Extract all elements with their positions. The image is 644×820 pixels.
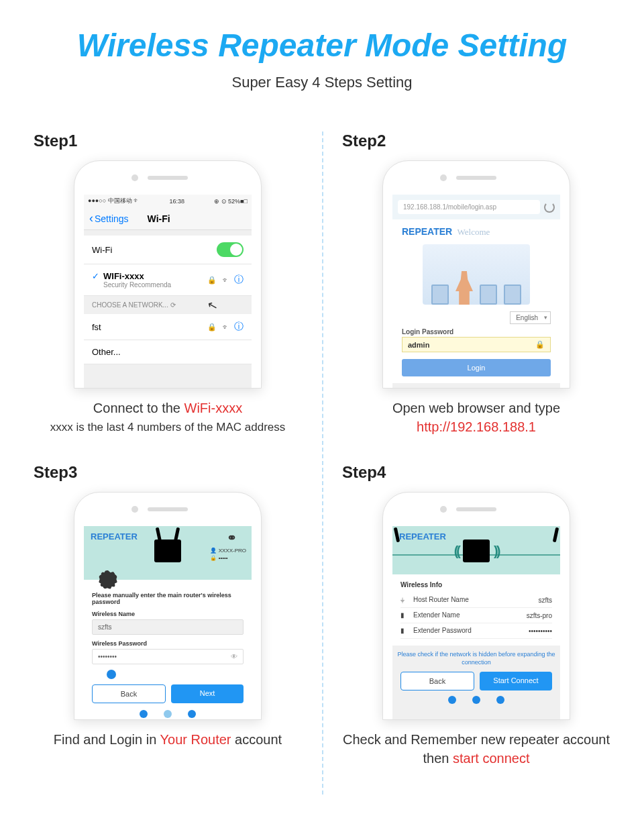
login-password-label: Login Password: [402, 328, 551, 336]
dot-icon: [496, 696, 504, 704]
wifi-toggle-row[interactable]: Wi-Fi: [84, 236, 252, 264]
slider[interactable]: [92, 670, 244, 679]
next-button[interactable]: Next: [171, 684, 244, 703]
step3-screen: REPEATER ⚭ 👤XXXX-PRO 🔒••••• Please manua…: [84, 526, 252, 719]
step1-screen: ●●●○○ 中国移动 ᯤ 16:38 ⊕ ⊙ 52%■□ ‹ Settings …: [84, 195, 252, 388]
welcome-illustration: [423, 244, 530, 305]
back-button[interactable]: ‹ Settings: [89, 211, 129, 225]
extender-value: szfts-pro: [527, 612, 552, 619]
extender-password-value: ••••••••••: [529, 627, 552, 635]
step4-screen: REPEATER (( )) Wireless Info ⏚Host Route…: [392, 526, 560, 719]
step3-header: REPEATER ⚭ 👤XXXX-PRO 🔒•••••: [84, 526, 252, 580]
wireless-password-input[interactable]: •••••••• 👁: [92, 649, 244, 664]
back-label: Settings: [95, 213, 129, 224]
signal-left-icon: ((: [454, 544, 459, 559]
wifi-label: Wi-Fi: [92, 245, 112, 255]
dot-icon: [188, 710, 196, 718]
steps-grid: Step1 ●●●○○ 中国移动 ᯤ 16:38 ⊕ ⊙ 52%■□ ‹ Set…: [13, 132, 631, 795]
step4-phone: REPEATER (( )) Wireless Info ⏚Host Route…: [382, 492, 570, 720]
lock-icon: 🔒: [207, 323, 217, 331]
wifi-toggle[interactable]: [217, 242, 244, 257]
language-select[interactable]: English: [510, 311, 551, 324]
host-router-row: ⏚Host Router Name szfts: [400, 593, 552, 608]
step3-caption: Find and Login in Your Router account: [27, 730, 309, 749]
connected-note: Security Recommenda: [103, 281, 171, 289]
wireless-name-input[interactable]: szfts: [92, 619, 244, 635]
login-button[interactable]: Login: [402, 359, 551, 376]
wifi-icon: ᯤ: [222, 276, 229, 284]
start-connect-button[interactable]: Start Connect: [480, 672, 552, 690]
connected-ssid: WIFi-xxxx: [103, 271, 171, 281]
extender-icon: ▮: [400, 611, 410, 619]
page-subtitle: Super Easy 4 Steps Setting: [13, 74, 631, 91]
info-icon[interactable]: ⓘ: [234, 321, 244, 331]
step4-label: Step4: [335, 463, 617, 482]
extender-password-row: ▮Extender Password ••••••••••: [400, 623, 552, 639]
instruction-text: Please manually enter the main router's …: [92, 592, 244, 605]
carrier-text: ●●●○○ 中国移动 ᯤ: [88, 197, 140, 205]
info-icon[interactable]: ⓘ: [234, 274, 244, 285]
spinner-icon: ⟳: [170, 301, 176, 309]
slider-thumb[interactable]: [107, 670, 116, 679]
wireless-password-label: Wireless Password: [92, 640, 244, 647]
step4-caption: Check and Remember new repeater account …: [335, 730, 617, 768]
step2-screen: 192.168.188.1/mobile/login.asp REPEATER …: [392, 195, 560, 388]
extender-name-row: ▮Extender Name szfts-pro: [400, 608, 552, 623]
password-value: admin: [408, 341, 429, 349]
nav-bar: ‹ Settings Wi-Fi: [84, 207, 252, 230]
monitor-icon: [480, 285, 497, 305]
url-bar: 192.168.188.1/mobile/login.asp: [392, 195, 560, 219]
network-ssid: fst: [92, 322, 101, 332]
signal-right-icon: )): [494, 544, 498, 559]
step1-cell: Step1 ●●●○○ 中国移动 ᯤ 16:38 ⊕ ⊙ 52%■□ ‹ Set…: [13, 132, 322, 463]
back-button[interactable]: Back: [400, 672, 474, 690]
choose-network-header: CHOOSE A NETWORK... ⟳: [84, 296, 252, 314]
eye-icon[interactable]: 👁: [231, 653, 237, 660]
welcome-text: Welcome: [458, 227, 490, 237]
back-button[interactable]: Back: [92, 684, 166, 703]
host-value: szfts: [538, 597, 552, 604]
network-row-other[interactable]: Other...: [84, 340, 252, 364]
monitor-icon: [431, 285, 449, 305]
step3-label: Step3: [27, 463, 309, 482]
status-time: 16:38: [169, 198, 184, 205]
wireless-info-title: Wireless Info: [400, 581, 552, 588]
step2-label: Step2: [335, 132, 617, 150]
step1-phone: ●●●○○ 中国移动 ᯤ 16:38 ⊕ ⊙ 52%■□ ‹ Settings …: [74, 160, 262, 389]
router-icon: [154, 540, 181, 562]
step1-label: Step1: [27, 132, 309, 150]
nav-title: Wi-Fi: [148, 213, 246, 224]
wireless-name-label: Wireless Name: [92, 611, 244, 617]
status-right: ⊕ ⊙ 52%■□: [214, 198, 248, 205]
refresh-icon[interactable]: [544, 202, 555, 213]
dot-icon: [448, 696, 456, 704]
signal-wrap: (( )): [392, 540, 560, 562]
status-bar: ●●●○○ 中国移动 ᯤ 16:38 ⊕ ⊙ 52%■□: [84, 195, 252, 207]
chevron-left-icon: ‹: [89, 211, 93, 225]
pager-dots: [92, 710, 244, 718]
dot-icon: [472, 696, 480, 704]
page-title: Wireless Repeater Mode Setting: [13, 27, 631, 64]
extender-icon: ▮: [400, 627, 410, 635]
person-icon: [455, 271, 473, 305]
other-label: Other...: [92, 347, 121, 357]
step4-header: REPEATER (( )): [392, 526, 560, 574]
step4-cell: Step4 REPEATER (( )) Wireless Info ⏚Host…: [322, 463, 631, 795]
step3-cell: Step3 REPEATER ⚭ 👤XXXX-PRO 🔒••••• Please…: [13, 463, 322, 795]
dot-icon: [140, 710, 148, 718]
repeater-brand: REPEATER: [402, 226, 452, 237]
password-field[interactable]: admin 🔒: [402, 337, 551, 352]
router-small-icon: ⏚: [400, 596, 410, 604]
lock-icon: 🔒: [535, 340, 545, 349]
wifi-icon: ᯤ: [222, 323, 229, 331]
gear-icon: [99, 570, 117, 589]
lock-icon: 🔒: [207, 276, 217, 284]
step2-cell: Step2 192.168.188.1/mobile/login.asp REP…: [322, 132, 631, 463]
repeater-brand: REPEATER: [91, 531, 138, 542]
monitor-icon: [504, 285, 521, 305]
user-icon: 👤: [210, 548, 217, 554]
network-row-fst[interactable]: fst 🔒 ᯤ ⓘ: [84, 314, 252, 340]
url-input[interactable]: 192.168.188.1/mobile/login.asp: [398, 200, 540, 214]
connected-network-row[interactable]: ✓ WIFi-xxxx Security Recommenda 🔒 ᯤ ⓘ: [84, 264, 252, 296]
step2-caption: Open web browser and type http://192.168…: [335, 399, 617, 436]
